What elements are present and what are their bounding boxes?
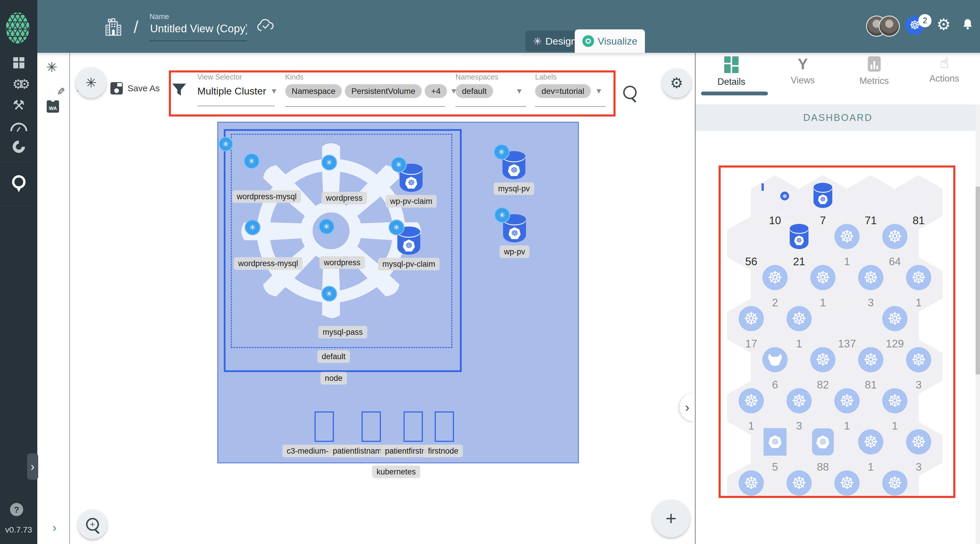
snowflake-fab[interactable]: ✳ <box>76 68 106 98</box>
bell-icon[interactable] <box>962 18 974 30</box>
labels-field[interactable]: Labels dev=tutorial ▼ <box>535 73 603 98</box>
gear-icon[interactable]: ⚙ <box>937 15 951 34</box>
rounded-square-resource-icon: ☸ <box>812 428 834 455</box>
namespace-label: default <box>317 351 350 363</box>
canvas-node-deployment[interactable]: ☸✳ <box>328 226 357 253</box>
label-chip[interactable]: dev=tutorial <box>535 84 591 98</box>
dashboard-section-header: DASHBOARD <box>696 105 980 131</box>
filter-funnel-icon[interactable] <box>171 82 188 98</box>
hex-resource-count: 81 <box>912 214 924 227</box>
canvas-node-service[interactable]: ✳ <box>253 160 281 187</box>
sidebar-expand-handle[interactable]: › <box>27 453 38 480</box>
field-underline <box>197 106 275 106</box>
canvas-node-label: wp-pv <box>500 246 530 258</box>
hex-resource-count: 3 <box>868 297 874 309</box>
actions-hand-icon: ☝ <box>908 54 980 71</box>
pod-icon: ☸ <box>834 388 860 414</box>
metrics-icon <box>868 56 881 71</box>
collaborator-avatar[interactable] <box>879 16 900 36</box>
gear-icon: ⚙ <box>670 75 683 92</box>
empty-node-rect[interactable] <box>434 411 454 442</box>
canvas-node-label: mysql-pass <box>318 326 368 339</box>
pod-icon: ☸ <box>810 347 835 372</box>
cluster-label: kubernetes <box>372 466 420 478</box>
chevron-down-icon[interactable]: ▼ <box>270 87 278 96</box>
settings-fab[interactable]: ⚙ <box>662 68 691 98</box>
sidebar-item-configuration[interactable]: ⚒ <box>0 97 37 113</box>
empty-node-rect[interactable] <box>361 411 381 442</box>
canvas-node-label: wordpress <box>321 192 367 205</box>
tab-actions[interactable]: ☝ Actions <box>908 54 980 84</box>
search-icon[interactable] <box>623 86 637 99</box>
details-grid-icon <box>724 56 738 73</box>
view-selector-field[interactable]: View Selector Multiple Cluster ▼ <box>197 73 278 97</box>
hex-resource-count: 1 <box>796 338 802 350</box>
resource-hex-grid: ☸10 ☸7 71☸81☸56 ☸21☸1☸64☸2☸1☸3☸1☸17☸1137… <box>719 167 955 496</box>
chevron-down-icon[interactable]: ▼ <box>515 87 523 96</box>
empty-node-rect[interactable] <box>404 411 423 442</box>
panel-scrollbar-thumb[interactable] <box>975 187 980 374</box>
pod-icon: ☸ <box>882 388 907 414</box>
design-pinwheel-icon: ✳ <box>533 35 542 47</box>
hex-resource-count: 81 <box>865 379 877 391</box>
edit-pencil-icon[interactable]: ✎ <box>57 86 65 97</box>
kind-chip-more[interactable]: +4 <box>425 84 447 98</box>
pod-icon: ☸ <box>786 306 812 331</box>
sidebar-item-lifecycle[interactable]: ⚙⚙ <box>0 76 37 92</box>
sidebar-item-extensions[interactable] <box>0 138 37 155</box>
hex-resource-count: 21 <box>793 255 805 268</box>
canvas-node-cylinder[interactable]: ☸✳ <box>503 151 525 179</box>
add-node-fab[interactable]: + <box>652 500 690 537</box>
kind-chip[interactable]: PersistentVolume <box>345 84 422 98</box>
panel-scrollbar[interactable] <box>975 105 980 544</box>
visualize-canvas[interactable]: ☸ ✳ default node kubernetes ✳wordpress-m… <box>70 53 695 544</box>
save-as-button[interactable]: Save As <box>110 82 160 95</box>
view-name-input[interactable] <box>150 22 248 35</box>
persistent-volume-icon: ☸ <box>790 224 808 249</box>
field-underline <box>455 106 526 107</box>
hex-resource-count: 7 <box>820 214 826 227</box>
wasm-filter-icon[interactable]: WA <box>47 100 59 113</box>
canvas-node-cylinder[interactable]: ☸✳ <box>400 164 423 192</box>
pod-icon: ☸ <box>906 429 931 455</box>
canvas-node-secret[interactable]: ✳ <box>330 293 355 321</box>
divider <box>695 53 696 544</box>
chevron-down-icon[interactable]: ▼ <box>595 87 603 96</box>
meshery-app: / Name ✳ Design Visualize ☸ 2 ⚙ <box>0 0 980 544</box>
sidebar-item-kanvas[interactable] <box>0 174 37 190</box>
kinds-field[interactable]: Kinds Namespace PersistentVolume +4 ▼ <box>285 73 458 98</box>
tab-design-label: Design <box>546 35 576 47</box>
pod-icon: ☸ <box>786 388 812 414</box>
breadcrumb-separator: / <box>134 17 138 36</box>
tab-details[interactable]: Details <box>696 56 767 87</box>
meshery-logo[interactable] <box>6 12 29 43</box>
canvas-node-service[interactable]: ✳ <box>330 162 358 189</box>
tab-views[interactable]: Y Views <box>767 55 838 86</box>
canvas-node-deployment[interactable]: ☸✳ <box>253 227 283 254</box>
zoom-in-fab[interactable]: + <box>78 510 107 539</box>
sidebar-item-performance[interactable] <box>0 119 37 135</box>
pod-icon: ☸ <box>834 224 860 249</box>
namespace-chip[interactable]: default <box>455 84 493 98</box>
sidebar-item-dashboard[interactable] <box>0 55 37 71</box>
hex-resource-count: 137 <box>838 338 856 350</box>
tab-visualize[interactable]: Visualize <box>575 29 645 53</box>
kind-chip[interactable]: Namespace <box>285 84 342 98</box>
empty-node-rect[interactable] <box>315 411 334 442</box>
pod-icon: ☸ <box>786 470 812 496</box>
active-tab-underline <box>701 92 768 95</box>
kubernetes-wheel-icon: ☸ <box>768 435 781 448</box>
canvas-node-cylinder[interactable]: ☸✳ <box>397 227 420 255</box>
canvas-node-label: mysql-pv <box>494 182 534 195</box>
help-button[interactable]: ? <box>10 503 23 516</box>
sidebar-divider <box>2 162 35 162</box>
tab-metrics[interactable]: Metrics <box>838 56 910 86</box>
meshery-badge-icon: ✳ <box>391 157 407 173</box>
toolcol-expand-chevron[interactable]: › <box>52 521 56 534</box>
namespaces-field[interactable]: Namespaces default ▼ <box>455 73 523 98</box>
namespaces-label: Namespaces <box>455 73 523 81</box>
meshery-pinwheel-icon[interactable]: ✳ <box>46 59 57 75</box>
canvas-node-cylinder[interactable]: ☸✳ <box>503 214 526 243</box>
kubernetes-wheel-icon: ☸ <box>906 183 919 196</box>
square-resource-icon: ☸ <box>764 428 786 456</box>
